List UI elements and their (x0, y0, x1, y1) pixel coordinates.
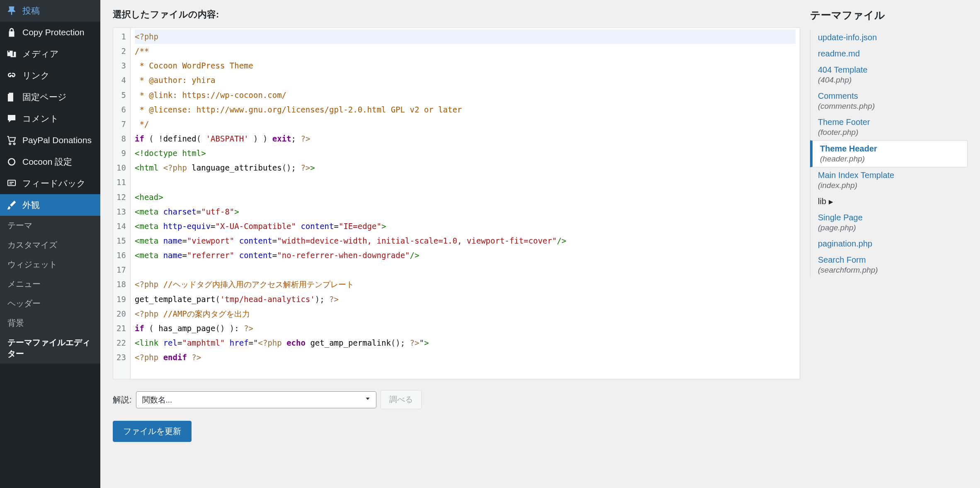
theme-file-item[interactable]: pagination.php (810, 236, 968, 252)
submenu-item-header[interactable]: ヘッダー (0, 294, 100, 313)
code-line[interactable]: * @link: https://wp-cocoon.com/ (135, 88, 796, 102)
code-line[interactable]: <?php //AMPの案内タグを出力 (135, 307, 796, 321)
menu-item-appearance[interactable]: 外観 (0, 194, 100, 216)
line-number: 12 (116, 190, 126, 205)
folder-label: lib (818, 197, 826, 206)
code-line[interactable] (135, 263, 796, 277)
submenu-item-theme-editor[interactable]: テーマファイルエディター (0, 333, 100, 364)
theme-file-item[interactable]: Comments(comments.php) (810, 88, 968, 114)
theme-folder-item[interactable]: lib ▶ (810, 193, 968, 210)
line-number: 14 (116, 219, 126, 234)
comment-icon (6, 113, 17, 124)
file-title: update-info.json (818, 33, 962, 42)
code-line[interactable]: /** (135, 44, 796, 59)
menu-item-media[interactable]: メディア (0, 43, 100, 65)
code-line[interactable]: <html <?php language_attributes(); ?>> (135, 161, 796, 175)
menu-item-posts[interactable]: 投稿 (0, 0, 100, 22)
line-number: 22 (116, 336, 126, 350)
lookup-button[interactable]: 調べる (381, 390, 422, 409)
menu-label: Cocoon 設定 (22, 156, 72, 168)
code-area[interactable]: <?php/** * Cocoon WordPress Theme * @aut… (131, 28, 800, 379)
line-number: 18 (116, 277, 126, 292)
submenu-item-customize[interactable]: カスタマイズ (0, 235, 100, 255)
editor-column: 選択したファイルの内容: 123456789101112131415161718… (113, 8, 800, 442)
theme-file-item[interactable]: Search Form(searchform.php) (810, 252, 968, 278)
line-number: 4 (116, 73, 126, 88)
theme-file-item[interactable]: 404 Template(404.php) (810, 62, 968, 88)
line-number-gutter: 1234567891011121314151617181920212223 (113, 28, 131, 379)
line-number: 3 (116, 59, 126, 73)
menu-item-pages[interactable]: 固定ページ (0, 86, 100, 108)
menu-label: コメント (22, 113, 59, 124)
main-content: 選択したファイルの内容: 123456789101112131415161718… (100, 0, 980, 488)
code-line[interactable]: <?php (135, 29, 796, 44)
menu-item-paypal[interactable]: PayPal Donations (0, 129, 100, 151)
menu-item-feedback[interactable]: フィードバック (0, 173, 100, 194)
theme-file-item[interactable]: update-info.json (810, 29, 968, 46)
file-subtitle: (page.php) (818, 223, 962, 232)
menu-item-links[interactable]: リンク (0, 65, 100, 86)
code-line[interactable]: <link rel="amphtml" href="<?php echo get… (135, 336, 796, 350)
line-number: 20 (116, 307, 126, 321)
submenu-item-background[interactable]: 背景 (0, 313, 100, 333)
theme-file-item[interactable]: readme.md (810, 46, 968, 62)
file-subtitle: (404.php) (818, 76, 962, 85)
menu-item-cocoon[interactable]: Cocoon 設定 (0, 151, 100, 173)
code-editor[interactable]: 1234567891011121314151617181920212223 <?… (113, 27, 800, 379)
code-line[interactable]: <head> (135, 190, 796, 205)
file-title: Main Index Template (818, 171, 962, 180)
circle-icon (6, 156, 17, 168)
code-line[interactable]: <meta name="viewport" content="width=dev… (135, 234, 796, 248)
cart-icon (6, 134, 17, 146)
media-icon (6, 48, 17, 60)
file-title: Theme Header (820, 144, 961, 154)
file-title: readme.md (818, 49, 962, 59)
theme-file-item[interactable]: Theme Footer(footer.php) (810, 114, 968, 140)
code-line[interactable]: <!doctype html> (135, 146, 796, 161)
line-number: 19 (116, 292, 126, 307)
menu-item-copy-protection[interactable]: Copy Protection (0, 22, 100, 43)
file-title: 404 Template (818, 65, 962, 75)
line-number: 9 (116, 146, 126, 161)
code-line[interactable]: if ( !defined( 'ABSPATH' ) ) exit; ?> (135, 132, 796, 146)
line-number: 6 (116, 102, 126, 117)
menu-label: メディア (22, 48, 59, 60)
file-title: Comments (818, 91, 962, 101)
menu-label: 外観 (22, 199, 40, 211)
code-line[interactable]: <meta http-equiv="X-UA-Compatible" conte… (135, 219, 796, 234)
line-number: 23 (116, 350, 126, 365)
code-line[interactable]: * @author: yhira (135, 73, 796, 88)
theme-file-item[interactable]: Main Index Template(index.php) (810, 167, 968, 193)
code-line[interactable]: */ (135, 117, 796, 132)
lock-icon (6, 27, 17, 38)
submenu-item-widgets[interactable]: ウィジェット (0, 255, 100, 274)
admin-sidebar: 投稿Copy Protectionメディアリンク固定ページコメントPayPal … (0, 0, 100, 488)
submenu-item-themes[interactable]: テーマ (0, 216, 100, 235)
code-line[interactable]: <meta charset="utf-8"> (135, 205, 796, 219)
theme-file-item[interactable]: Theme Header(header.php) (810, 140, 968, 167)
line-number: 13 (116, 205, 126, 219)
pin-icon (6, 5, 17, 17)
function-select[interactable]: 関数名... (136, 391, 376, 408)
code-line[interactable] (135, 175, 796, 190)
file-subtitle: (footer.php) (818, 128, 962, 137)
code-line[interactable]: if ( has_amp_page() ): ?> (135, 321, 796, 336)
update-file-button[interactable]: ファイルを更新 (113, 421, 192, 442)
line-number: 16 (116, 248, 126, 263)
code-line[interactable]: <meta name="referrer" content="no-referr… (135, 248, 796, 263)
app-root: 投稿Copy Protectionメディアリンク固定ページコメントPayPal … (0, 0, 980, 488)
submenu-item-menus[interactable]: メニュー (0, 274, 100, 294)
code-line[interactable]: <?php //ヘッドタグ内挿入用のアクセス解析用テンプレート (135, 277, 796, 292)
menu-item-comments[interactable]: コメント (0, 108, 100, 129)
code-line[interactable]: * @license: http://www.gnu.org/licenses/… (135, 102, 796, 117)
line-number: 21 (116, 321, 126, 336)
code-line[interactable]: get_template_part('tmp/head-analytics');… (135, 292, 796, 307)
line-number: 5 (116, 88, 126, 102)
code-line[interactable]: <?php endif ?> (135, 350, 796, 365)
theme-files-title: テーマファイル (810, 8, 968, 22)
code-line[interactable]: * Cocoon WordPress Theme (135, 59, 796, 73)
menu-label: 投稿 (22, 5, 40, 17)
file-title: Theme Footer (818, 117, 962, 127)
line-number: 2 (116, 44, 126, 59)
theme-file-item[interactable]: Single Page(page.php) (810, 210, 968, 236)
